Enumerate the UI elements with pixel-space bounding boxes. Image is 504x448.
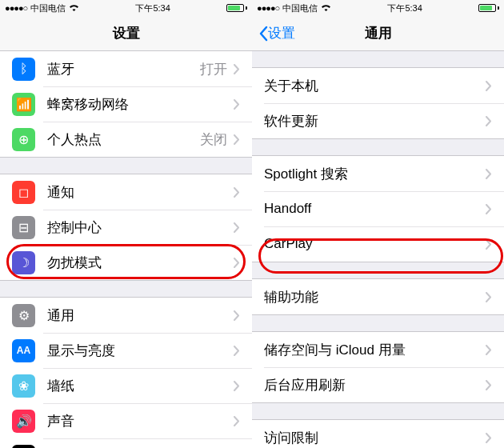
display-icon: AA	[12, 339, 35, 362]
settings-row-bluetooth[interactable]: ᛒ蓝牙打开	[0, 51, 252, 86]
settings-row-general[interactable]: ⚙通用	[0, 298, 252, 333]
status-time: 下午5:34	[135, 2, 170, 14]
settings-row-cellular[interactable]: 📶蜂窝移动网络	[0, 86, 252, 122]
back-label: 设置	[268, 24, 295, 42]
row-label: CarPlay	[264, 236, 486, 252]
general-row[interactable]: Spotlight 搜索	[252, 156, 504, 191]
signal-dots: ●●●●○	[5, 3, 27, 13]
chevron-right-icon	[486, 345, 492, 355]
row-label: 通用	[47, 306, 234, 325]
row-label: 显示与亮度	[47, 342, 234, 360]
chevron-right-icon	[486, 433, 492, 443]
nav-bar: 设置	[0, 16, 252, 51]
chevron-right-icon	[486, 116, 492, 126]
chevron-right-icon	[486, 380, 492, 390]
row-label: 蜂窝移动网络	[47, 95, 234, 114]
chevron-right-icon	[234, 381, 240, 391]
chevron-right-icon	[234, 416, 240, 426]
chevron-right-icon	[486, 292, 492, 302]
row-label: 软件更新	[264, 112, 486, 130]
settings-row-control[interactable]: ⊟控制中心	[0, 210, 252, 245]
chevron-right-icon	[234, 222, 240, 233]
page-title: 设置	[113, 24, 140, 42]
row-label: 勿扰模式	[47, 254, 234, 272]
status-bar: ●●●●○ 中国电信 下午5:34	[0, 0, 252, 16]
general-row[interactable]: 储存空间与 iCloud 用量	[252, 332, 504, 367]
settings-pane: ●●●●○ 中国电信 下午5:34 设置 ᛒ蓝牙打开📶蜂窝移动网络⊕个人热点关闭…	[0, 0, 252, 448]
general-pane: ●●●●○ 中国电信 下午5:34 设置 通用 关于本机软件更新Spotligh…	[252, 0, 504, 448]
settings-row-wallpaper[interactable]: ❀墙纸	[0, 368, 252, 403]
general-row[interactable]: 后台应用刷新	[252, 367, 504, 402]
general-list: 关于本机软件更新Spotlight 搜索HandoffCarPlay辅助功能储存…	[252, 51, 504, 448]
battery-icon	[478, 4, 499, 12]
control-icon: ⊟	[12, 216, 35, 239]
chevron-right-icon	[234, 99, 240, 110]
row-label: 控制中心	[47, 218, 234, 237]
settings-row-sound[interactable]: 🔊声音	[0, 403, 252, 438]
row-label: 通知	[47, 183, 234, 202]
back-button[interactable]: 设置	[258, 24, 295, 42]
settings-row-notifications[interactable]: ◻通知	[0, 174, 252, 210]
page-title: 通用	[365, 24, 392, 42]
notifications-icon: ◻	[12, 181, 35, 204]
chevron-right-icon	[234, 258, 240, 268]
status-time: 下午5:34	[387, 2, 422, 14]
chevron-right-icon	[234, 310, 240, 321]
row-label: 辅助功能	[264, 288, 486, 306]
status-bar: ●●●●○ 中国电信 下午5:34	[252, 0, 504, 16]
row-label: 个人热点	[47, 130, 200, 149]
chevron-right-icon	[234, 64, 240, 74]
siri-icon: ◉	[12, 445, 35, 449]
settings-row-display[interactable]: AA显示与亮度	[0, 333, 252, 368]
dnd-icon: ☽	[12, 251, 35, 274]
chevron-right-icon	[234, 346, 240, 356]
chevron-right-icon	[234, 134, 240, 145]
bluetooth-icon: ᛒ	[12, 58, 35, 81]
wallpaper-icon: ❀	[12, 374, 35, 398]
general-row[interactable]: 软件更新	[252, 103, 504, 138]
row-label: Handoff	[264, 201, 486, 217]
chevron-right-icon	[486, 204, 492, 214]
chevron-right-icon	[234, 187, 240, 198]
chevron-right-icon	[486, 239, 492, 250]
row-label: Spotlight 搜索	[264, 165, 486, 183]
nav-bar: 设置 通用	[252, 16, 504, 51]
chevron-right-icon	[486, 81, 492, 91]
row-label: 声音	[47, 412, 234, 430]
settings-row-hotspot[interactable]: ⊕个人热点关闭	[0, 122, 252, 157]
row-label: 蓝牙	[47, 60, 200, 78]
general-icon: ⚙	[12, 304, 35, 327]
carrier-label: 中国电信	[282, 2, 318, 14]
row-label: 访问限制	[264, 429, 486, 447]
row-value: 关闭	[200, 130, 227, 149]
wifi-icon	[321, 3, 331, 13]
row-label: 储存空间与 iCloud 用量	[264, 341, 486, 359]
row-label: 后台应用刷新	[264, 376, 486, 394]
general-row[interactable]: 关于本机	[252, 68, 504, 103]
general-row[interactable]: CarPlay	[252, 226, 504, 262]
row-label: 关于本机	[264, 77, 486, 95]
general-row[interactable]: 访问限制	[252, 420, 504, 448]
general-row[interactable]: 辅助功能	[252, 279, 504, 314]
settings-list: ᛒ蓝牙打开📶蜂窝移动网络⊕个人热点关闭◻通知⊟控制中心☽勿扰模式⚙通用AA显示与…	[0, 51, 252, 448]
settings-row-siri[interactable]: ◉Siri	[0, 438, 252, 448]
wifi-icon	[69, 3, 79, 13]
battery-icon	[226, 4, 247, 12]
row-value: 打开	[200, 60, 227, 78]
row-label: 墙纸	[47, 377, 234, 395]
settings-row-dnd[interactable]: ☽勿扰模式	[0, 245, 252, 280]
general-row[interactable]: Handoff	[252, 191, 504, 226]
carrier-label: 中国电信	[30, 2, 66, 14]
sound-icon: 🔊	[12, 410, 35, 433]
chevron-right-icon	[486, 169, 492, 179]
signal-dots: ●●●●○	[257, 3, 279, 13]
cellular-icon: 📶	[12, 93, 35, 116]
hotspot-icon: ⊕	[12, 128, 35, 151]
